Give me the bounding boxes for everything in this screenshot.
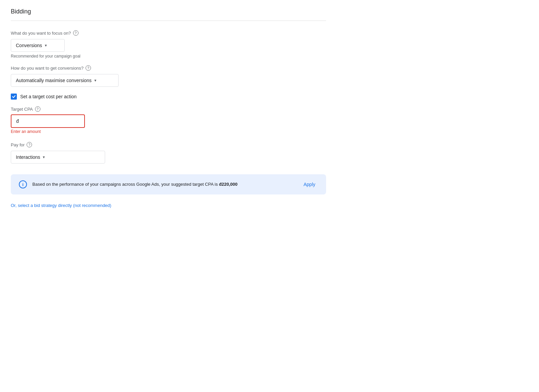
pay-for-dropdown-chevron: ▾	[43, 155, 45, 159]
target-cpa-help-icon[interactable]: ?	[35, 106, 40, 112]
target-cpa-checkbox[interactable]	[11, 94, 17, 100]
recommended-text: Recommended for your campaign goal	[11, 54, 326, 59]
focus-dropdown[interactable]: Conversions ▾	[11, 39, 65, 52]
pay-for-dropdown[interactable]: Interactions ▾	[11, 151, 105, 164]
info-banner-text: Based on the performance of your campaig…	[32, 181, 295, 188]
strategy-link[interactable]: Or, select a bid strategy directly (not …	[11, 203, 111, 208]
checkbox-label: Set a target cost per action	[20, 94, 76, 99]
checkmark-icon	[12, 95, 16, 99]
focus-help-icon[interactable]: ?	[73, 30, 78, 36]
pay-for-help-icon[interactable]: ?	[27, 142, 32, 147]
cpa-error: Enter an amount	[11, 129, 326, 134]
apply-button[interactable]: Apply	[301, 182, 318, 187]
conversions-help-icon[interactable]: ?	[86, 65, 91, 71]
focus-dropdown-chevron: ▾	[45, 43, 47, 48]
cpa-input-wrapper	[11, 114, 85, 128]
conversions-dropdown[interactable]: Automatically maximise conversions ▾	[11, 74, 119, 87]
pay-for-label: Pay for ?	[11, 142, 326, 147]
target-cpa-label: Target CPA ?	[11, 106, 326, 112]
page-title: Bidding	[11, 8, 326, 21]
conversions-dropdown-chevron: ▾	[94, 78, 96, 83]
info-banner: i Based on the performance of your campa…	[11, 174, 326, 194]
focus-label: What do you want to focus on? ?	[11, 30, 326, 36]
conversions-label: How do you want to get conversions? ?	[11, 65, 326, 71]
target-cpa-checkbox-row[interactable]: Set a target cost per action	[11, 94, 326, 100]
cpa-input[interactable]	[11, 114, 85, 128]
info-icon: i	[19, 180, 27, 188]
